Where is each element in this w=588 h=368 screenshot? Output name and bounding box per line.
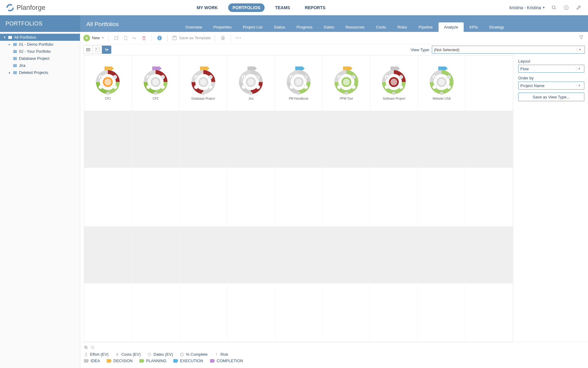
phase-chip-icon [107, 359, 111, 363]
user-menu[interactable]: kristina - Kristina ▼ [510, 5, 545, 10]
trash-icon[interactable] [141, 35, 147, 41]
tab-dates[interactable]: Dates [318, 22, 340, 32]
save-template-button[interactable]: Save as Template [172, 35, 211, 41]
project-card[interactable]: € CP1 [84, 56, 132, 111]
filter-icon[interactable] [579, 35, 585, 41]
svg-point-100 [391, 79, 398, 86]
tab-properties[interactable]: Properties [208, 22, 237, 32]
view-mode-card[interactable] [93, 46, 102, 54]
project-card[interactable]: € CP2 [132, 56, 180, 111]
tab-status[interactable]: Status [268, 22, 291, 32]
project-card[interactable]: € Software Project [370, 56, 418, 111]
save-view-type-button[interactable]: Save as View Type... [518, 93, 584, 101]
divider [215, 34, 215, 42]
caret-down-icon: ▼ [576, 67, 582, 70]
project-card[interactable]: € PPM Tool [322, 56, 370, 111]
project-donut: € [187, 66, 220, 95]
order-by-select[interactable]: Project Name ▼ [518, 82, 584, 90]
project-card[interactable]: € Jira [227, 56, 275, 111]
info-icon[interactable]: i [156, 35, 163, 41]
document-icon[interactable] [122, 35, 129, 41]
top-nav-teams[interactable]: TEAMS [271, 3, 294, 12]
svg-rect-21 [95, 48, 100, 52]
view-type-select[interactable]: (Not Selected) ▼ [432, 46, 585, 54]
tab-costs[interactable]: Costs [370, 22, 391, 32]
tree-root[interactable]: ▼ All Portfolios [0, 34, 80, 41]
tab-pipeline[interactable]: Pipeline [413, 22, 438, 32]
folder-icon [13, 56, 17, 61]
zoom-out-icon[interactable] [91, 345, 95, 350]
legend-label: Risk [221, 352, 228, 357]
euro-icon: € [115, 352, 119, 357]
tab-project-list[interactable]: Project List [237, 22, 268, 32]
collapse-icon[interactable]: ▼ [3, 36, 6, 39]
svg-line-127 [93, 348, 94, 349]
legend-label: COMPLETION [217, 358, 243, 363]
svg-point-121 [440, 92, 443, 95]
svg-point-108 [399, 85, 403, 89]
legend-item: Effort (EV) [84, 352, 108, 357]
tab-analyze[interactable]: Analyze [439, 22, 464, 32]
caret-down-icon: ▼ [542, 6, 545, 9]
tab-risks[interactable]: Risks [392, 22, 413, 32]
tree-item-label: 02 - Your Portfolio [19, 49, 51, 54]
view-mode-list[interactable] [84, 46, 93, 54]
caret-down-icon: ▼ [102, 36, 104, 39]
top-nav-reports[interactable]: REPORTS [300, 3, 330, 12]
tree-item[interactable]: 02 - Your Portfolio [0, 48, 80, 55]
svg-rect-8 [13, 57, 17, 60]
project-card[interactable]: € PM Handbook [275, 56, 323, 111]
open-external-icon[interactable] [113, 35, 120, 41]
svg-rect-10 [13, 71, 17, 74]
project-donut: € [234, 66, 268, 95]
top-nav-my-work[interactable]: MY WORK [192, 3, 222, 12]
tab-strategy[interactable]: Strategy [484, 22, 509, 32]
print-icon[interactable] [220, 35, 226, 41]
svg-text:?: ? [565, 6, 567, 9]
help-icon[interactable]: ? [563, 4, 570, 11]
svg-point-64 [247, 79, 254, 86]
app-logo: Planforge [6, 4, 45, 12]
tab-overview[interactable]: Overview [180, 22, 208, 32]
expand-icon[interactable]: ▸ [8, 43, 11, 46]
tree-item[interactable]: ▸ 01 - Demo Portfolio [0, 41, 80, 48]
zoom-in-icon[interactable] [84, 345, 88, 350]
more-icon[interactable]: ••• [235, 35, 242, 41]
svg-point-25 [106, 50, 107, 51]
view-mode-bubble[interactable] [102, 46, 111, 54]
svg-rect-16 [222, 36, 224, 37]
divider [167, 34, 168, 42]
tree-item[interactable]: Jira [0, 62, 80, 69]
svg-rect-7 [13, 50, 17, 53]
new-button[interactable]: + New ▼ [83, 35, 104, 41]
legend-item: % Complete [180, 352, 208, 357]
tree-item[interactable]: ▸ Deleted Projects [0, 69, 80, 76]
tab-resources[interactable]: Resources [340, 22, 370, 32]
tab-kpis[interactable]: KPIs [464, 22, 483, 32]
svg-point-129 [85, 353, 87, 355]
expand-icon[interactable]: ▸ [8, 71, 11, 74]
project-card[interactable]: € Website USA [418, 56, 466, 111]
caret-down-icon: ▼ [577, 48, 583, 51]
excl-icon: ! [214, 352, 219, 357]
svg-text:€: € [100, 76, 102, 79]
folder-icon [13, 49, 17, 54]
sub-header: PORTFOLIOS All Portfolios OverviewProper… [0, 15, 588, 32]
move-icon[interactable] [131, 35, 138, 41]
empty-rows [84, 111, 513, 342]
search-icon[interactable] [551, 4, 557, 11]
clock-icon [147, 352, 152, 357]
layout-select[interactable]: Flow ▼ [518, 65, 584, 73]
legend-phase: PLANNING [139, 358, 166, 363]
svg-point-22 [96, 49, 97, 50]
tree-item[interactable]: Database Project [0, 55, 80, 62]
svg-point-112 [438, 79, 445, 86]
project-donut: € [425, 66, 458, 95]
top-header: Planforge MY WORKPORTFOLIOSTEAMSREPORTS … [0, 0, 588, 15]
svg-text:€: € [338, 76, 340, 79]
layout-value: Flow [520, 67, 529, 71]
top-nav-portfolios[interactable]: PORTFOLIOS [228, 3, 265, 12]
tab-progress[interactable]: Progress [291, 22, 318, 32]
wrench-icon[interactable] [575, 4, 582, 11]
project-card[interactable]: € Database Project [179, 56, 227, 111]
